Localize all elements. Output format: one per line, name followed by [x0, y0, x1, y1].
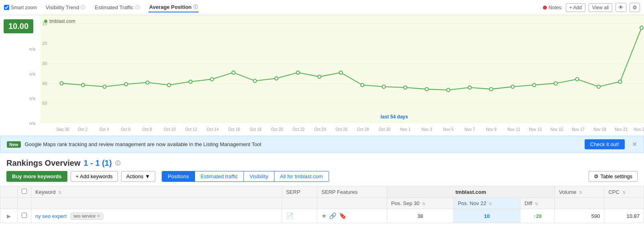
svg-point-37 [618, 80, 622, 83]
svg-point-28 [425, 87, 429, 91]
svg-text:Nov 7: Nov 7 [465, 127, 475, 131]
svg-text:Oct 4: Oct 4 [99, 127, 109, 131]
svg-text:Oct 22: Oct 22 [293, 127, 305, 131]
tab-visibility[interactable]: Visibility Trend ⓘ [45, 3, 86, 12]
expand-icon[interactable]: ▶ [4, 213, 13, 219]
svg-text:Nov 13: Nov 13 [529, 127, 542, 131]
visibility-info-icon: ⓘ [81, 4, 85, 10]
rankings-toolbar: Buy more keywords + Add keywords Actions… [0, 171, 644, 186]
svg-text:Oct 2: Oct 2 [78, 127, 87, 131]
row-checkbox[interactable] [22, 213, 27, 218]
svg-point-21 [275, 77, 278, 80]
banner-close-button[interactable]: ✕ [632, 140, 637, 148]
th-cpc[interactable]: CPC ⇅ [604, 186, 644, 198]
add-note-button[interactable]: + Add [566, 3, 585, 12]
svg-text:Nov 11: Nov 11 [508, 127, 520, 131]
tab-estimated-traffic[interactable]: Estimated traffic [195, 171, 244, 181]
keyword-link[interactable]: ny seo expert [35, 213, 67, 219]
eye-icon-button[interactable]: 👁 [616, 3, 626, 12]
view-all-button[interactable]: View all [589, 3, 612, 12]
svg-text:Nov 3: Nov 3 [421, 127, 432, 131]
svg-point-36 [597, 85, 600, 88]
chart-left-panel: 10.00 n/a n/a n/a n/a [0, 15, 40, 136]
rankings-range: 1 - 1 (1) [84, 159, 112, 168]
svg-point-20 [253, 79, 256, 82]
tab-position[interactable]: Average Position ⓘ [148, 2, 199, 12]
tab-traffic[interactable]: Estimated Traffic ⓘ [94, 3, 140, 12]
tab-all-for-domain[interactable]: All for tmblast.com [274, 171, 329, 181]
svg-text:Nov 19: Nov 19 [593, 127, 606, 131]
th-expand [0, 186, 18, 198]
svg-text:Oct 18: Oct 18 [250, 127, 262, 131]
check-it-out-button[interactable]: Check it out! [585, 139, 625, 149]
tab-positions[interactable]: Positions [162, 171, 195, 181]
chart-current-value: 10.00 [4, 19, 33, 33]
serp-features-icons: ★ 🔗 🔖 [321, 212, 383, 220]
pos-nov22-sort-icon[interactable]: ⇅ [489, 201, 492, 206]
svg-text:Oct 10: Oct 10 [164, 127, 176, 131]
svg-text:40: 40 [42, 81, 47, 86]
svg-point-18 [210, 77, 213, 81]
row-keyword-cell: ny seo expert seo service ✕ [31, 209, 282, 223]
svg-point-29 [447, 88, 450, 92]
notes-label: Notes: [543, 5, 563, 10]
smart-zoom-toggle[interactable]: Smart zoom [4, 5, 37, 10]
row-volume: 590 [555, 209, 604, 223]
rankings-header: Rankings Overview 1 - 1 (1) ⓘ [0, 153, 644, 171]
view-tabs: Positions Estimated traffic Visibility A… [162, 171, 329, 182]
rankings-table: Keyword ⇅ SERP SERP Features tmblast.com… [0, 186, 644, 223]
chart-legend: tmblast.com [44, 18, 75, 24]
pos-sep30-sort-icon[interactable]: ⇅ [422, 201, 425, 206]
th-volume[interactable]: Volume ⇅ [555, 186, 604, 198]
legend-label: tmblast.com [49, 18, 75, 24]
tag-remove-icon[interactable]: ✕ [97, 214, 100, 219]
th-domain-group: tmblast.com [387, 186, 555, 198]
row-expand-cell[interactable]: ▶ [0, 209, 18, 223]
table-settings-button[interactable]: ⚙ Table settings [589, 171, 638, 182]
svg-point-19 [232, 71, 235, 74]
row-cpc: 10.87 [604, 209, 644, 223]
svg-text:Oct 26: Oct 26 [335, 127, 347, 131]
svg-point-26 [382, 85, 385, 88]
svg-point-15 [146, 81, 149, 84]
svg-point-22 [296, 71, 299, 74]
add-keywords-button[interactable]: + Add keywords [71, 171, 118, 182]
left-label-4: n/a [29, 121, 35, 126]
diff-sort-icon[interactable]: ⇅ [535, 201, 538, 206]
smart-zoom-checkbox[interactable] [4, 5, 9, 10]
left-label-3: n/a [29, 96, 35, 101]
svg-point-11 [60, 82, 63, 85]
svg-point-31 [490, 87, 493, 91]
th-checkbox[interactable] [18, 186, 31, 198]
actions-button[interactable]: Actions ▼ [121, 171, 156, 182]
svg-point-27 [404, 86, 407, 89]
banner-new-badge: New [7, 141, 21, 148]
th-pos-nov22[interactable]: Pos. Nov 22 ⇅ [453, 198, 520, 209]
left-label-1: n/a [29, 47, 35, 51]
svg-text:Oct 28: Oct 28 [357, 127, 369, 131]
keyword-sort-icon[interactable]: ⇅ [58, 190, 61, 195]
buy-keywords-button[interactable]: Buy more keywords [6, 171, 67, 182]
cpc-sort-icon[interactable]: ⇅ [622, 190, 626, 195]
svg-text:50: 50 [42, 101, 47, 106]
actions-chevron-icon: ▼ [145, 173, 150, 179]
th-pos-sep30[interactable]: Pos. Sep 30 ⇅ [387, 198, 453, 209]
volume-sort-icon[interactable]: ⇅ [579, 190, 582, 195]
tab-visibility[interactable]: Visibility [244, 171, 274, 181]
rankings-info-icon[interactable]: ⓘ [115, 160, 120, 167]
th-diff[interactable]: Diff ⇅ [520, 198, 555, 209]
svg-point-35 [575, 77, 579, 81]
svg-text:Oct 6: Oct 6 [121, 127, 130, 131]
banner-text: Google Maps rank tracking and review man… [25, 141, 581, 147]
svg-point-16 [167, 83, 171, 87]
row-checkbox-cell[interactable] [18, 209, 31, 223]
th-keyword[interactable]: Keyword ⇅ [31, 186, 282, 198]
bookmark-icon: 🔖 [339, 212, 347, 220]
svg-point-13 [103, 85, 106, 88]
left-label-2: n/a [29, 71, 35, 76]
link-icon: 🔗 [329, 212, 337, 220]
select-all-checkbox[interactable] [22, 189, 27, 194]
gear-icon-button[interactable]: ⚙ [630, 3, 640, 12]
notes-red-dot [543, 6, 547, 10]
svg-text:Oct 20: Oct 20 [271, 127, 283, 131]
